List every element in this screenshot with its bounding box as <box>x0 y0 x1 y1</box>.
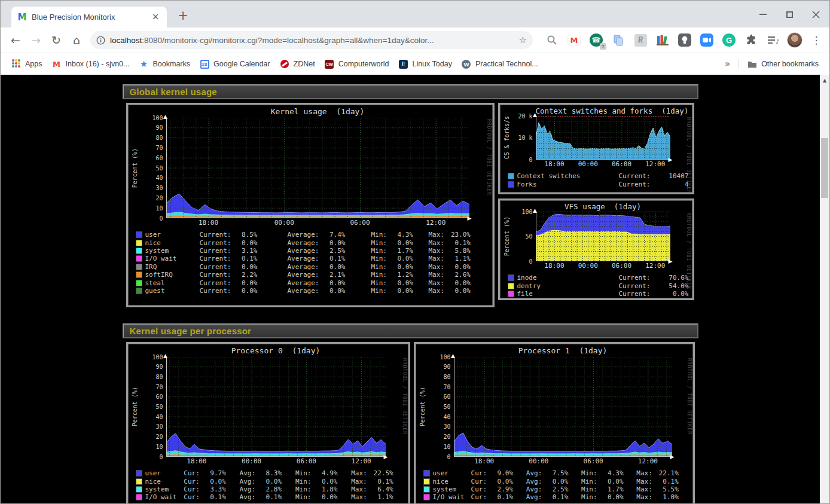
bookmark-zdnet[interactable]: ZDNet <box>275 56 320 72</box>
legend-series-name: system <box>433 485 471 493</box>
reload-icon[interactable]: ↻ <box>46 30 66 50</box>
scrollbar-up-icon[interactable]: ▲ <box>820 75 829 83</box>
page-info-icon[interactable] <box>96 36 105 45</box>
bookmark-google-calendar[interactable]: 28 Google Calendar <box>195 56 275 72</box>
legend-stat: Current:0.0% <box>200 239 288 247</box>
legend-stat-value: 1.0% <box>652 493 679 501</box>
other-bookmarks-label: Other bookmarks <box>761 60 819 68</box>
legend-stat: Min:1.7% <box>371 247 429 255</box>
legend-series-name: softIRQ <box>145 271 200 279</box>
legend-stat: Max:23.0% <box>429 231 486 239</box>
svg-text:♪: ♪ <box>776 38 779 45</box>
legend-stat-value: 0.0% <box>231 287 257 295</box>
tab-monitorix[interactable]: M Blue Precision Monitorix × <box>11 7 167 28</box>
legend-stat-value: 3.1% <box>231 247 257 255</box>
section-title: Kernel usage per processor <box>123 323 698 338</box>
y-axis-ticks: 0102030405060708090100 <box>428 357 454 457</box>
tab-close-icon[interactable]: × <box>150 12 161 23</box>
legend-stat-value: 23.0% <box>444 231 471 239</box>
chart-canvas: ▲▶18:0000:0006:0012:00 <box>166 118 469 227</box>
legend-series-name: nice <box>433 478 471 485</box>
copy-pages-extension-icon[interactable] <box>610 32 627 48</box>
legend-stat-value: 2.6% <box>444 271 471 279</box>
processor-0-graph[interactable]: Processor 0 (1day)Percent (%)01020304050… <box>126 342 410 503</box>
legend-stat-value: 0.0% <box>231 279 257 287</box>
legend-swatch <box>508 291 514 297</box>
legend-swatch <box>508 173 514 179</box>
legend-stat: Max:0.0% <box>429 263 486 271</box>
zdnet-icon <box>280 60 289 68</box>
window-controls <box>756 9 822 20</box>
home-icon[interactable]: ⌂ <box>66 30 87 50</box>
legend-stat: Current:8.5% <box>200 231 288 239</box>
legend-row: userCurrent:8.5%Average:7.4%Min:4.3%Max:… <box>136 231 492 239</box>
legend-row: I/O waitCur:0.1%Avg:0.1%Min:0.0%Max:1.0% <box>424 493 692 501</box>
bookmark-label: Computerworld <box>338 60 389 68</box>
page-scrollbar[interactable]: ▲ <box>820 75 829 503</box>
bookmark-computerworld[interactable]: CW Computerworld <box>320 56 394 72</box>
legend-stat-value: 10407 <box>650 172 688 180</box>
url-bar[interactable]: localhost:8080/monitorix-cgi/monitorix.c… <box>90 31 533 49</box>
close-window-button[interactable] <box>809 9 822 20</box>
bookmark-star-icon[interactable]: ☆ <box>519 35 527 45</box>
profile-avatar[interactable] <box>787 32 802 48</box>
legend-stat: Min:0.0% <box>371 239 429 247</box>
zoom-extension-icon[interactable] <box>698 32 715 48</box>
y-axis-arrow-icon: ▲ <box>451 353 455 359</box>
grammarly-extension-icon[interactable]: G <box>721 32 737 48</box>
new-tab-button[interactable]: + <box>175 8 191 23</box>
bookmark-bookmarks[interactable]: ★ Bookmarks <box>135 56 196 72</box>
legend-stat: Min:1.8% <box>295 485 351 493</box>
legend-swatch <box>424 471 429 476</box>
y-axis-arrow-icon: ▲ <box>163 353 167 359</box>
extensions-puzzle-icon[interactable] <box>743 32 759 48</box>
legend-stat: Min:0.0% <box>295 478 351 485</box>
legend-series-name: inode <box>517 274 619 282</box>
tab-title: Blue Precision Monitorix <box>32 13 145 22</box>
back-icon[interactable]: ← <box>5 30 26 50</box>
legend-row: stealCurrent:0.0%Average:0.0%Min:0.0%Max… <box>136 279 492 286</box>
url-host: localhost <box>110 36 142 45</box>
legend-swatch <box>136 487 142 492</box>
legend-stat: Max:22.1% <box>636 469 691 477</box>
apps-shortcut[interactable]: Apps <box>7 56 47 72</box>
url-text[interactable]: localhost:8080/monitorix-cgi/monitorix.c… <box>110 36 514 45</box>
legend-stat: Current:0.0% <box>619 290 689 298</box>
legend-stat: Min:0.0% <box>581 478 636 485</box>
vfs-usage-graph[interactable]: VFS usage (1day)Percent (%)050100▲▶18:00… <box>498 198 694 300</box>
linux-today-icon: lt <box>399 60 408 69</box>
scrollbar-thumb[interactable] <box>821 138 828 198</box>
bookmark-inbox[interactable]: M Inbox (16) - sjvn0... <box>47 56 135 72</box>
processor-1-graph[interactable]: Processor 1 (1day)Percent (%)01020304050… <box>414 342 695 503</box>
legend-stat-value: 0.0% <box>311 493 337 501</box>
legend-stat-value: 0.0% <box>231 263 257 271</box>
lamp-extension-icon[interactable] <box>676 32 693 48</box>
phone-extension-icon[interactable]: ☎ ? <box>588 32 605 48</box>
y-axis-ticks: 010 k20 k <box>512 116 536 160</box>
legend-stat: Min:0.0% <box>581 493 636 501</box>
bookmark-linux-today[interactable]: lt Linux Today <box>393 56 457 72</box>
legend-stat-value: 8.5% <box>231 231 257 239</box>
legend-swatch <box>136 240 142 246</box>
other-bookmarks[interactable]: Other bookmarks <box>743 56 823 72</box>
legend-swatch <box>136 479 142 484</box>
maximize-button[interactable] <box>783 9 796 20</box>
context-switches-graph[interactable]: Context switches and forks (1day)CS & fo… <box>498 103 694 194</box>
books-extension-icon[interactable] <box>654 32 671 48</box>
gmail-extension-icon[interactable]: M <box>566 32 582 48</box>
bookmarks-overflow-icon[interactable]: » <box>720 59 735 69</box>
browser-menu-icon[interactable]: ⋮ <box>810 34 822 46</box>
minimize-button[interactable] <box>756 9 770 20</box>
legend-stat: Current:0.0% <box>200 263 288 271</box>
legend-stat-value: 54.0% <box>650 282 688 290</box>
tab-strip: M Blue Precision Monitorix × + <box>1 1 829 28</box>
playlist-extension-icon[interactable]: ♪ <box>765 32 782 48</box>
forward-icon[interactable]: → <box>26 30 46 50</box>
magnifier-extension-icon[interactable] <box>544 32 560 48</box>
r-extension-icon[interactable]: R <box>632 32 649 48</box>
legend-stat: Min:0.0% <box>295 493 351 501</box>
legend-stat: Max:5.8% <box>429 247 486 255</box>
bookmark-label: Practical Technol... <box>475 60 538 68</box>
bookmark-practical-technology[interactable]: W Practical Technol... <box>457 56 543 72</box>
kernel-usage-graph[interactable]: Kernel usage (1day)Percent (%)0102030405… <box>126 103 495 307</box>
